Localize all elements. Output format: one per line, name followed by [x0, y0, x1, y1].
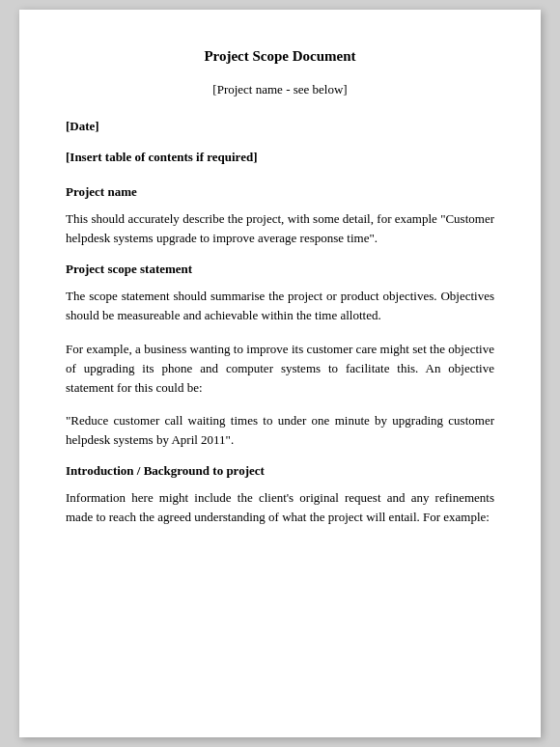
section-heading-scope: Project scope statement [66, 262, 494, 277]
section-paragraph-scope-1: For example, a business wanting to impro… [66, 340, 494, 398]
section-paragraph-scope-2: "Reduce customer call waiting times to u… [66, 411, 494, 450]
section-project-name: Project name This should accurately desc… [66, 184, 494, 248]
section-heading-introduction: Introduction / Background to project [66, 463, 494, 479]
document-subtitle: [Project name - see below] [66, 82, 494, 97]
document-toc: [Insert table of contents if required] [66, 150, 494, 165]
document-container: Project Scope Document [Project name - s… [19, 10, 541, 737]
section-introduction: Introduction / Background to project Inf… [66, 463, 494, 527]
section-scope-statement: Project scope statement The scope statem… [66, 262, 494, 450]
document-date: [Date] [66, 119, 494, 134]
section-paragraph-project-name-0: This should accurately describe the proj… [66, 209, 494, 248]
section-paragraph-introduction-0: Information here might include the clien… [66, 488, 494, 527]
section-paragraph-scope-0: The scope statement should summarise the… [66, 287, 494, 325]
document-title: Project Scope Document [66, 48, 494, 65]
section-heading-project-name: Project name [66, 184, 494, 200]
